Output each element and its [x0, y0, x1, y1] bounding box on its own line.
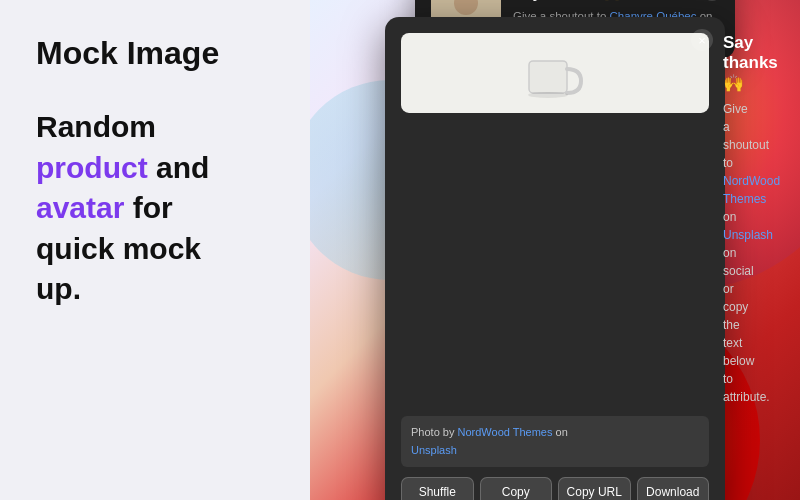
front-card: × Say	[385, 17, 725, 500]
tagline: Random product and avatar for quick mock…	[36, 107, 278, 310]
attribution-author-link[interactable]: NordWood Themes	[457, 426, 552, 438]
front-card-platform-link[interactable]: Unsplash	[723, 228, 773, 242]
attribution-platform-link[interactable]: Unsplash	[411, 444, 457, 456]
tagline-random: Random	[36, 110, 156, 143]
front-card-close-button[interactable]: ×	[691, 29, 713, 51]
front-card-header: Say thanks 🙌 Give a shoutout to NordWood…	[401, 33, 709, 406]
tagline-up: up.	[36, 272, 81, 305]
right-panel: × Say thanks 🙌 Give a shoutout to Ch	[310, 0, 800, 500]
download-button[interactable]: Download	[637, 477, 710, 500]
tagline-quick-mock: quick mock	[36, 232, 201, 265]
left-panel: Mock Image Random product and avatar for…	[0, 0, 310, 500]
attribution-box: Photo by NordWood Themes on Unsplash	[401, 416, 709, 467]
tagline-product: product	[36, 151, 148, 184]
app-title: Mock Image	[36, 36, 278, 71]
tagline-for: for	[124, 191, 172, 224]
cards-container: × Say thanks 🙌 Give a shoutout to Ch	[385, 0, 725, 500]
copy-url-button[interactable]: Copy URL	[558, 477, 631, 500]
back-card-title: Say thanks 🙌	[513, 0, 719, 2]
front-card-image	[401, 33, 709, 113]
card-actions: Shuffle Copy Copy URL Download	[401, 477, 709, 500]
copy-button[interactable]: Copy	[480, 477, 553, 500]
svg-point-6	[528, 92, 568, 98]
svg-rect-4	[529, 61, 567, 93]
tagline-avatar: avatar	[36, 191, 124, 224]
shuffle-button[interactable]: Shuffle	[401, 477, 474, 500]
front-card-on-text: on	[723, 210, 736, 224]
tagline-and: and	[148, 151, 210, 184]
mug-svg	[515, 33, 595, 113]
